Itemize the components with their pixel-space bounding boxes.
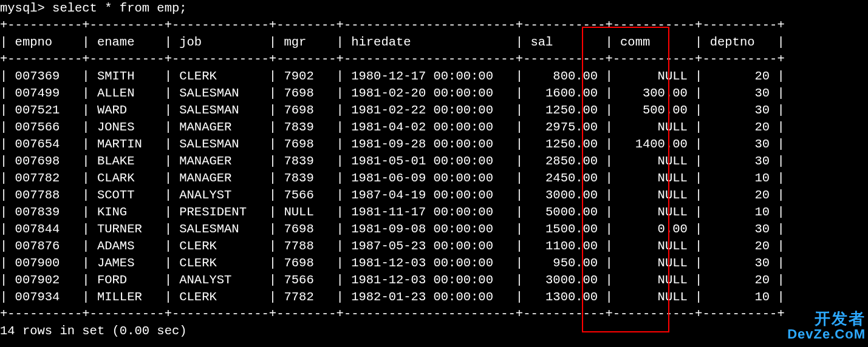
terminal-output[interactable]: mysql> select * from emp; +----------+--… <box>0 0 868 340</box>
